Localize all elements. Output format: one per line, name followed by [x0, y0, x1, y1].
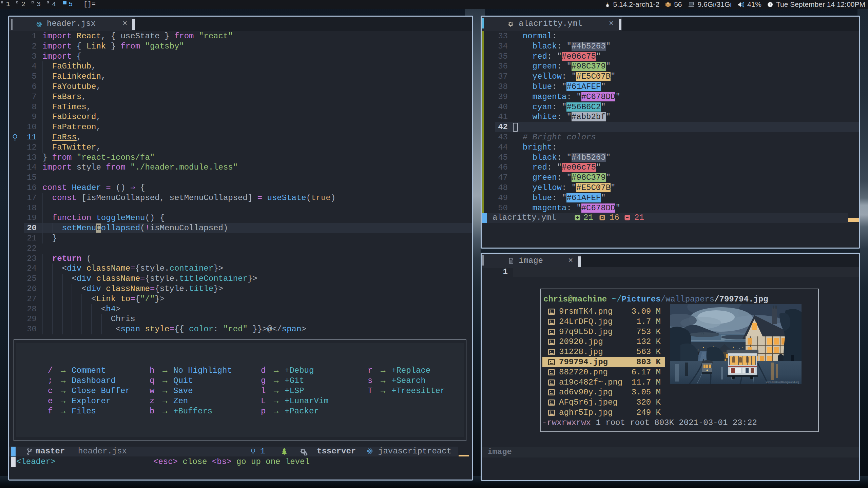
svg-text:www.DesktopBackground.org: www.DesktopBackground.org	[766, 380, 799, 384]
